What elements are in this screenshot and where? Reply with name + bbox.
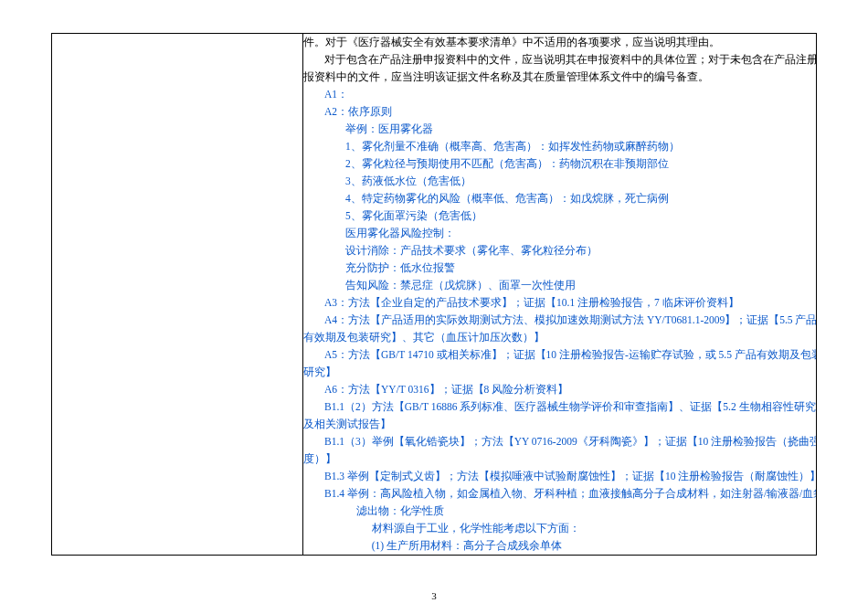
item-b113b: 度）】 bbox=[303, 450, 816, 468]
content-table: 件。对于《医疗器械安全有效基本要求清单》中不适用的各项要求，应当说明其理由。 对… bbox=[51, 33, 817, 556]
paragraph-line: 件。对于《医疗器械安全有效基本要求清单》中不适用的各项要求，应当说明其理由。 bbox=[303, 34, 816, 51]
item-b11b: 及相关测试报告】 bbox=[303, 416, 816, 433]
item-a5a: A5：方法【GB/T 14710 或相关标准】；证据【10 注册检验报告-运输贮… bbox=[303, 346, 816, 364]
item-b13: B1.3 举例【定制式义齿】；方法【模拟唾液中试验耐腐蚀性】；证据【10 注册检… bbox=[303, 468, 816, 485]
item-a2-2: 2、雾化粒径与预期使用不匹配（危害高）：药物沉积在非预期部位 bbox=[303, 155, 816, 173]
item-a2-4: 4、特定药物雾化的风险（概率低、危害高）：如戊烷脒，死亡病例 bbox=[303, 190, 816, 207]
item-b11a: B1.1（2）方法【GB/T 16886 系列标准、医疗器械生物学评价和审查指南… bbox=[303, 398, 816, 416]
item-a2-3: 3、药液低水位（危害低） bbox=[303, 173, 816, 190]
item-a4b: 有效期及包装研究】、其它（血压计加压次数）】 bbox=[303, 329, 816, 346]
item-a3: A3：方法【企业自定的产品技术要求】；证据【10.1 注册检验报告，7 临床评价… bbox=[303, 294, 816, 312]
item-b14-3: (1) 生产所用材料：高分子合成残余单体 bbox=[303, 537, 816, 555]
item-a2-c3: 告知风险：禁忌症（戊烷脒）、面罩一次性使用 bbox=[303, 277, 816, 294]
content-cell: 件。对于《医疗器械安全有效基本要求清单》中不适用的各项要求，应当说明其理由。 对… bbox=[303, 34, 817, 556]
item-a6: A6：方法【YY/T 0316】；证据【8 风险分析资料】 bbox=[303, 381, 816, 398]
page-number: 3 bbox=[0, 590, 868, 601]
item-a2-5: 5、雾化面罩污染（危害低） bbox=[303, 207, 816, 225]
item-b14: B1.4 举例：高风险植入物，如金属植入物、牙科种植；血液接触高分子合成材料，如… bbox=[303, 485, 816, 503]
item-b14-2: 材料源自于工业，化学性能考虑以下方面： bbox=[303, 520, 816, 537]
item-a2: A2：依序原则 bbox=[303, 103, 816, 121]
paragraph-line: 对于包含在产品注册申报资料中的文件，应当说明其在申报资料中的具体位置；对于未包含… bbox=[303, 51, 816, 69]
item-a2-c2: 充分防护：低水位报警 bbox=[303, 259, 816, 277]
item-a2-1: 1、雾化剂量不准确（概率高、危害高）：如挥发性药物或麻醉药物） bbox=[303, 138, 816, 155]
item-b113a: B1.1（3）举例【氧化锆瓷块】；方法【YY 0716-2009《牙科陶瓷》】；… bbox=[303, 433, 816, 450]
item-a2-example: 举例：医用雾化器 bbox=[303, 121, 816, 138]
left-empty-cell bbox=[52, 34, 303, 556]
item-a4a: A4：方法【产品适用的实际效期测试方法、模拟加速效期测试方法 YY/T0681.… bbox=[303, 312, 816, 329]
item-a1: A1： bbox=[303, 86, 816, 103]
item-a2-ctrl: 医用雾化器风险控制： bbox=[303, 225, 816, 242]
paragraph-line: 报资料中的文件，应当注明该证据文件名称及其在质量管理体系文件中的编号备查。 bbox=[303, 69, 816, 86]
item-a5b: 研究】 bbox=[303, 364, 816, 381]
item-b14-1: 滤出物：化学性质 bbox=[303, 503, 816, 520]
item-a2-c1: 设计消除：产品技术要求（雾化率、雾化粒径分布） bbox=[303, 242, 816, 259]
document-page: 件。对于《医疗器械安全有效基本要求清单》中不适用的各项要求，应当说明其理由。 对… bbox=[0, 0, 868, 614]
